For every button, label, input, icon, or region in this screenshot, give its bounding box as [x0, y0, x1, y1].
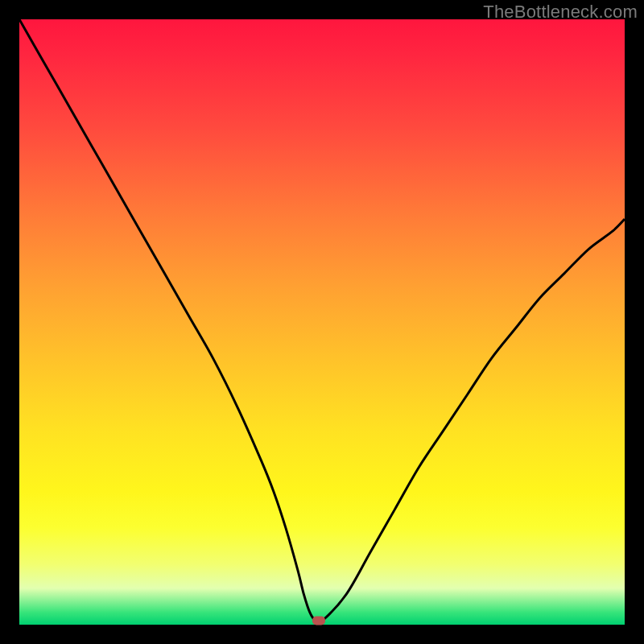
optimum-marker: [312, 617, 325, 625]
chart-frame: TheBottleneck.com: [0, 0, 644, 644]
bottleneck-curve: [19, 19, 625, 625]
plot-area: [19, 19, 625, 625]
watermark-text: TheBottleneck.com: [483, 2, 638, 23]
